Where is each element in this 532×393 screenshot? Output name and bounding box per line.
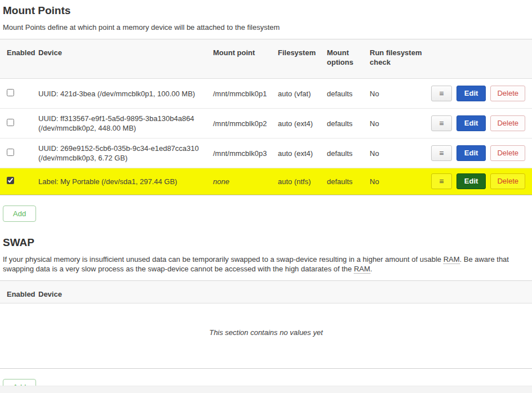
- swap-column-header-enabled: Enabled: [0, 287, 38, 301]
- row-actions: ≡EditDelete: [426, 143, 532, 163]
- device-label: UUID: 269e9152-5cb6-035b-9c34-e1ed87cca3…: [38, 141, 213, 165]
- edit-button[interactable]: Edit: [456, 173, 486, 189]
- edit-button[interactable]: Edit: [456, 145, 486, 161]
- column-header-mount-options: Mount options: [327, 46, 370, 69]
- mount-points-page: Mount Points Mount Points define at whic…: [0, 0, 532, 393]
- filesystem-value: auto (vfat): [278, 87, 327, 100]
- row-menu-button[interactable]: ≡: [431, 86, 452, 101]
- row-enabled-checkbox[interactable]: [7, 177, 14, 184]
- mount-point-value: none: [213, 175, 278, 188]
- swap-description-text: If your physical memory is insufficient …: [3, 255, 444, 264]
- row-menu-button[interactable]: ≡: [431, 173, 452, 189]
- delete-button[interactable]: Delete: [490, 115, 525, 131]
- swap-section: SWAP If your physical memory is insuffic…: [0, 236, 532, 393]
- page-title: Mount Points: [0, 5, 532, 17]
- delete-button[interactable]: Delete: [490, 86, 525, 101]
- filesystem-value: auto (ext4): [278, 117, 327, 130]
- column-header-device: Device: [38, 46, 213, 60]
- mount-points-table: Enabled Device Mount point Filesystem Mo…: [0, 39, 532, 195]
- row-menu-button[interactable]: ≡: [431, 145, 452, 161]
- device-label: Label: My Portable (/dev/sda1, 297.44 GB…: [38, 175, 213, 189]
- column-header-run-check: Run filesystem check: [370, 46, 426, 69]
- device-label: UUID: 421d-3bea (/dev/mmcblk0p1, 100.00 …: [38, 87, 213, 101]
- edit-button[interactable]: Edit: [456, 86, 486, 101]
- mount-row: Label: My Portable (/dev/sda1, 297.44 GB…: [0, 168, 532, 195]
- mount-row: UUID: 269e9152-5cb6-035b-9c34-e1ed87cca3…: [0, 139, 532, 168]
- delete-button[interactable]: Delete: [490, 145, 525, 161]
- row-actions: ≡EditDelete: [426, 113, 532, 133]
- filesystem-value: auto (ntfs): [278, 175, 327, 188]
- fsck-value: No: [370, 146, 426, 160]
- ram-abbr: RAM: [444, 255, 460, 264]
- mount-table-header: Enabled Device Mount point Filesystem Mo…: [0, 39, 532, 79]
- mount-point-value: /mnt/mmcblk0p1: [213, 87, 278, 100]
- column-header-actions: [426, 46, 532, 50]
- fsck-value: No: [370, 175, 426, 189]
- mount-add-button[interactable]: Add: [3, 206, 36, 222]
- device-label: UUID: ff313567-e9f1-5a5d-9895-3ba130b4a8…: [38, 111, 213, 135]
- fsck-value: No: [370, 87, 426, 101]
- mount-row: UUID: ff313567-e9f1-5a5d-9895-3ba130b4a8…: [0, 109, 532, 139]
- edit-button[interactable]: Edit: [456, 115, 486, 131]
- swap-description: If your physical memory is insufficient …: [0, 254, 532, 274]
- footer-background-strip: [0, 386, 532, 393]
- column-header-mount-point: Mount point: [213, 46, 278, 60]
- swap-title: SWAP: [0, 236, 532, 249]
- row-menu-button[interactable]: ≡: [431, 115, 452, 131]
- mount-options-value: defaults: [327, 117, 370, 130]
- row-enabled-checkbox[interactable]: [7, 119, 14, 126]
- mount-point-value: /mnt/mmcblk0p2: [213, 117, 278, 130]
- row-enabled-checkbox[interactable]: [7, 149, 14, 156]
- column-header-enabled: Enabled: [0, 46, 38, 60]
- swap-empty-message: This section contains no values yet: [0, 303, 532, 368]
- swap-description-text: .: [370, 265, 373, 273]
- delete-button[interactable]: Delete: [490, 173, 525, 189]
- column-header-filesystem: Filesystem: [278, 46, 327, 60]
- row-actions: ≡EditDelete: [426, 171, 532, 191]
- mount-options-value: defaults: [327, 175, 370, 188]
- fsck-value: No: [370, 117, 426, 131]
- mount-point-value: /mnt/mmcblk0p3: [213, 147, 278, 160]
- mount-options-value: defaults: [327, 87, 370, 100]
- mount-points-description: Mount Points define at which point a mem…: [0, 23, 532, 32]
- filesystem-value: auto (ext4): [278, 147, 327, 160]
- swap-table: Enabled Device This section contains no …: [0, 280, 532, 369]
- ram-abbr: RAM: [354, 265, 370, 274]
- mount-table-body: UUID: 421d-3bea (/dev/mmcblk0p1, 100.00 …: [0, 79, 532, 195]
- row-enabled-checkbox[interactable]: [7, 89, 14, 96]
- mount-row: UUID: 421d-3bea (/dev/mmcblk0p1, 100.00 …: [0, 79, 532, 109]
- row-actions: ≡EditDelete: [426, 83, 532, 104]
- swap-column-header-device: Device: [38, 287, 213, 301]
- swap-table-header: Enabled Device: [0, 281, 532, 303]
- mount-options-value: defaults: [327, 147, 370, 160]
